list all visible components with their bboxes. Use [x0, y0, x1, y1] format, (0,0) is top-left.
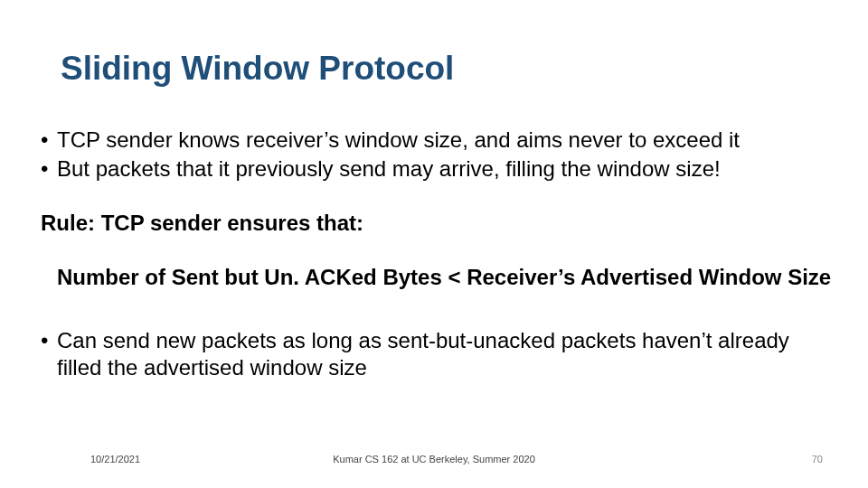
bullet-text: But packets that it previously send may …	[57, 155, 721, 183]
bullet-2: • But packets that it previously send ma…	[41, 155, 832, 183]
rule-line-1: Rule: TCP sender ensures that:	[41, 210, 832, 237]
slide-body: • TCP sender knows receiver’s window siz…	[41, 127, 832, 383]
bullet-dot: •	[41, 327, 57, 381]
bullet-dot: •	[41, 155, 57, 183]
rule-line-2: Number of Sent but Un. ACKed Bytes < Rec…	[41, 264, 832, 291]
bullet-1: • TCP sender knows receiver’s window siz…	[41, 127, 832, 154]
bullet-3: • Can send new packets as long as sent-b…	[41, 327, 832, 381]
bullet-text: Can send new packets as long as sent-but…	[57, 327, 832, 381]
footer-page-number: 70	[812, 454, 823, 465]
bullet-text: TCP sender knows receiver’s window size,…	[57, 127, 740, 154]
bullet-dot: •	[41, 127, 57, 154]
slide-title: Sliding Window Protocol	[61, 50, 454, 88]
footer-attribution: Kumar CS 162 at UC Berkeley, Summer 2020	[0, 454, 868, 465]
